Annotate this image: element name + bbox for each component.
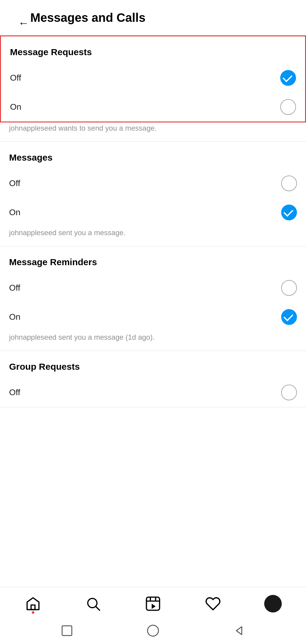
- group-requests-off-row[interactable]: Off: [0, 378, 306, 407]
- message-requests-on-row[interactable]: On: [1, 92, 305, 122]
- message-requests-off-radio[interactable]: [280, 70, 296, 86]
- svg-marker-4: [152, 604, 156, 609]
- messages-on-label: On: [9, 208, 20, 217]
- triangle-left-icon: [233, 624, 245, 637]
- profile-avatar: [264, 595, 282, 612]
- group-requests-title: Group Requests: [0, 351, 306, 378]
- svg-rect-5: [62, 626, 72, 636]
- group-requests-off-radio[interactable]: [281, 385, 297, 400]
- message-reminders-off-label: Off: [9, 283, 20, 293]
- square-icon: [61, 624, 73, 637]
- message-requests-desc-section: johnappleseed wants to send you a messag…: [0, 122, 306, 142]
- message-reminders-on-row[interactable]: On: [0, 302, 306, 332]
- heart-icon: [205, 596, 221, 612]
- message-requests-off-label: Off: [10, 73, 21, 83]
- svg-marker-7: [236, 627, 242, 635]
- message-reminders-on-label: On: [9, 312, 20, 322]
- reels-icon: [145, 596, 161, 612]
- messages-on-row[interactable]: On: [0, 198, 306, 227]
- home-active-dot: [32, 611, 34, 614]
- circle-icon: [146, 623, 160, 638]
- message-requests-title: Message Requests: [1, 36, 305, 63]
- message-reminders-title: Message Reminders: [0, 246, 306, 273]
- group-requests-section: Group Requests Off: [0, 351, 306, 407]
- message-requests-off-row[interactable]: Off: [1, 63, 305, 92]
- message-reminders-section: Message Reminders Off On johnappleseed s…: [0, 246, 306, 351]
- messages-title: Messages: [0, 142, 306, 169]
- message-reminders-description: johnappleseed sent you a message (1d ago…: [0, 332, 306, 351]
- messages-on-radio[interactable]: [281, 205, 297, 220]
- search-icon: [85, 596, 101, 612]
- messages-section: Messages Off On johnappleseed sent you a…: [0, 142, 306, 246]
- group-requests-off-label: Off: [9, 388, 20, 397]
- back-button[interactable]: ←: [9, 8, 27, 27]
- system-home-button[interactable]: [146, 623, 160, 638]
- svg-point-6: [148, 625, 158, 636]
- header: ← Messages and Calls: [0, 0, 306, 35]
- message-reminders-off-row[interactable]: Off: [0, 273, 306, 302]
- home-icon: [25, 596, 41, 612]
- nav-activity-button[interactable]: [201, 593, 225, 614]
- nav-reels-button[interactable]: [141, 593, 165, 614]
- bottom-navigation: [0, 587, 306, 644]
- message-requests-on-radio[interactable]: [280, 99, 296, 115]
- messages-off-radio[interactable]: [281, 175, 297, 191]
- svg-line-2: [96, 607, 100, 610]
- messages-description: johnappleseed sent you a message.: [0, 227, 306, 246]
- system-back-button[interactable]: [233, 624, 245, 637]
- messages-off-row[interactable]: Off: [0, 169, 306, 198]
- page-title: Messages and Calls: [30, 11, 145, 25]
- message-reminders-on-radio[interactable]: [281, 309, 297, 325]
- nav-icons-row: [0, 587, 306, 619]
- svg-rect-3: [146, 597, 159, 610]
- svg-rect-0: [31, 605, 35, 609]
- system-nav-bar: [0, 619, 306, 644]
- message-requests-description: johnappleseed wants to send you a messag…: [0, 122, 306, 142]
- nav-search-button[interactable]: [81, 593, 105, 614]
- messages-off-label: Off: [9, 179, 20, 188]
- system-square-button[interactable]: [61, 624, 73, 637]
- message-requests-section: Message Requests Off On: [0, 35, 306, 122]
- nav-profile-button[interactable]: [261, 593, 285, 614]
- message-reminders-off-radio[interactable]: [281, 280, 297, 296]
- message-requests-on-label: On: [10, 102, 21, 112]
- nav-home-button[interactable]: [21, 593, 45, 614]
